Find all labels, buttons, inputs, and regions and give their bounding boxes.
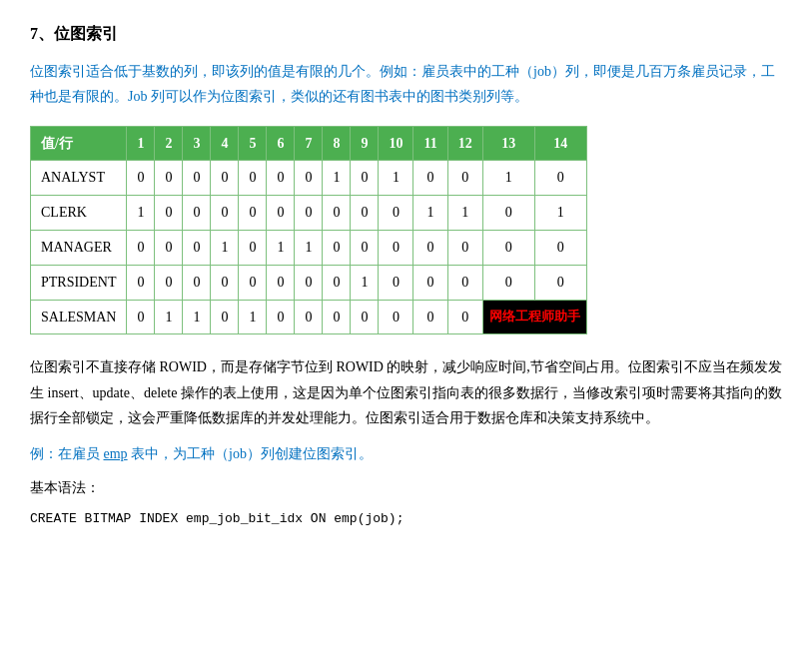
cell: 0: [211, 300, 239, 334]
cell: 0: [267, 161, 295, 196]
table-header-first: 值/行: [31, 126, 127, 161]
cell: 1: [534, 196, 586, 231]
cell: 0: [482, 230, 534, 265]
cell: 0: [379, 230, 413, 265]
table-header-row: 值/行 1 2 3 4 5 6 7 8 9 10 11 12 13 14: [31, 126, 587, 161]
basic-syntax-label: 基本语法：: [30, 476, 782, 500]
cell: 0: [379, 300, 413, 334]
cell: 0: [379, 196, 413, 231]
cell: 0: [183, 265, 211, 300]
row-label: PTRSIDENT: [31, 265, 127, 300]
table-wrapper: 值/行 1 2 3 4 5 6 7 8 9 10 11 12 13 14 ANA…: [30, 126, 782, 335]
cell: 0: [211, 161, 239, 196]
table-row: MANAGER00010110000000: [31, 230, 587, 265]
cell: 0: [413, 230, 447, 265]
cell: 0: [351, 230, 379, 265]
code-line: CREATE BITMAP INDEX emp_job_bit_idx ON e…: [30, 508, 782, 530]
cell: 0: [127, 230, 155, 265]
cell: 0: [351, 161, 379, 196]
cell: 0: [155, 265, 183, 300]
row-label: CLERK: [31, 196, 127, 231]
col-header-5: 5: [239, 126, 267, 161]
cell: 0: [323, 300, 351, 334]
cell: 0: [351, 300, 379, 334]
bitmap-index-table: 值/行 1 2 3 4 5 6 7 8 9 10 11 12 13 14 ANA…: [30, 126, 587, 335]
cell: 0: [239, 161, 267, 196]
cell: 0: [323, 230, 351, 265]
cell: 0: [183, 230, 211, 265]
col-header-13: 13: [482, 126, 534, 161]
cell: 0: [239, 265, 267, 300]
cell: 0: [211, 196, 239, 231]
table-row: ANALYST00000001010010: [31, 161, 587, 196]
example-line: 例：在雇员 emp 表中，为工种（job）列创建位图索引。: [30, 442, 782, 466]
cell: 0: [239, 230, 267, 265]
cell: 0: [183, 161, 211, 196]
col-header-4: 4: [211, 126, 239, 161]
cell: 1: [482, 161, 534, 196]
col-header-12: 12: [447, 126, 482, 161]
cell: 0: [127, 161, 155, 196]
cell: 0: [295, 300, 323, 334]
cell: 0: [447, 300, 482, 334]
cell: 0: [127, 300, 155, 334]
cell: 0: [267, 265, 295, 300]
cell: 1: [447, 196, 482, 231]
row-label: ANALYST: [31, 161, 127, 196]
cell: 0: [183, 196, 211, 231]
cell: 0: [447, 230, 482, 265]
col-header-9: 9: [351, 126, 379, 161]
cell: 0: [295, 265, 323, 300]
cell: 0: [267, 196, 295, 231]
cell: 0: [534, 161, 586, 196]
bottom-paragraph: 位图索引不直接存储 ROWID，而是存储字节位到 ROWID 的映射，减少响应时…: [30, 354, 782, 430]
cell: 0: [534, 265, 586, 300]
table-row: PTRSIDENT00000000100000: [31, 265, 587, 300]
col-header-6: 6: [267, 126, 295, 161]
cell: 0: [413, 300, 447, 334]
cell: 1: [183, 300, 211, 334]
description-text: 位图索引适合低于基数的列，即该列的值是有限的几个。例如：雇员表中的工种（job）…: [30, 59, 782, 109]
row-label: SALESMAN: [31, 300, 127, 334]
cell: 0: [155, 196, 183, 231]
section-title: 7、位图索引: [30, 20, 782, 47]
cell: 1: [211, 230, 239, 265]
cell: 1: [267, 230, 295, 265]
cell: 0: [413, 161, 447, 196]
cell: 0: [155, 230, 183, 265]
cell: 1: [413, 196, 447, 231]
cell: 0: [155, 161, 183, 196]
cell: 1: [351, 265, 379, 300]
cell: 1: [323, 161, 351, 196]
cell: 0: [323, 196, 351, 231]
cell: 1: [127, 196, 155, 231]
cell: 0: [482, 196, 534, 231]
cell: 0: [447, 265, 482, 300]
cell: 0: [295, 161, 323, 196]
cell: 0: [379, 265, 413, 300]
col-header-11: 11: [413, 126, 447, 161]
cell: 0: [351, 196, 379, 231]
cell: 1: [295, 230, 323, 265]
col-header-1: 1: [127, 126, 155, 161]
cell: 0: [482, 265, 534, 300]
cell: 网络工程师助手: [482, 300, 586, 334]
col-header-7: 7: [295, 126, 323, 161]
cell: 1: [379, 161, 413, 196]
cell: 0: [534, 230, 586, 265]
cell: 0: [127, 265, 155, 300]
table-row: SALESMAN011010000000网络工程师助手: [31, 300, 587, 334]
col-header-8: 8: [323, 126, 351, 161]
col-header-14: 14: [534, 126, 586, 161]
cell: 0: [447, 161, 482, 196]
col-header-2: 2: [155, 126, 183, 161]
cell: 0: [295, 196, 323, 231]
cell: 0: [211, 265, 239, 300]
cell: 0: [239, 196, 267, 231]
cell: 0: [413, 265, 447, 300]
col-header-10: 10: [379, 126, 413, 161]
cell: 1: [239, 300, 267, 334]
cell: 0: [323, 265, 351, 300]
row-label: MANAGER: [31, 230, 127, 265]
cell: 1: [155, 300, 183, 334]
